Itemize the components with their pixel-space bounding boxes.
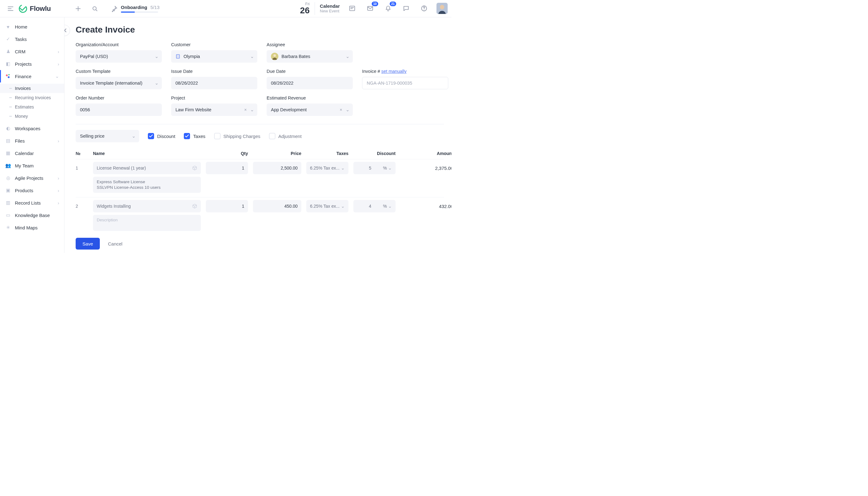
svg-point-13 xyxy=(274,54,276,57)
plus-icon[interactable] xyxy=(73,4,83,14)
org-select[interactable]: PayPal (USD) ⌄ xyxy=(76,50,162,63)
checkbox-shipping[interactable]: Shipping Charges xyxy=(214,133,260,139)
template-select[interactable]: Invoice Template (international) ⌄ xyxy=(76,77,162,89)
line-qty-value: 1 xyxy=(242,204,244,208)
issue-date-input[interactable]: 08/26/2022 xyxy=(171,77,257,89)
sub-label: Invoices xyxy=(15,86,31,91)
search-icon[interactable] xyxy=(90,4,100,14)
brand[interactable]: Flowlu xyxy=(19,4,51,13)
nav-crm[interactable]: ♟CRM› xyxy=(0,45,64,58)
field-order-number: Order Number 0056 xyxy=(76,95,162,116)
checkbox-icon xyxy=(269,133,275,139)
line-name-input[interactable]: Widgets Installing xyxy=(93,200,201,212)
issue-value: 08/26/2022 xyxy=(175,81,198,86)
nav-finance[interactable]: Finance ⌄ xyxy=(0,70,64,82)
nav-sub-estimates[interactable]: Estimates xyxy=(0,102,64,112)
nav-label: Calendar xyxy=(15,151,34,156)
date-widget[interactable]: Fri 26 xyxy=(300,2,315,15)
close-button[interactable] xyxy=(64,25,70,36)
col-no: № xyxy=(76,151,88,156)
nav-label: Mind Maps xyxy=(15,225,37,230)
line-qty-input[interactable]: 1 xyxy=(206,200,248,212)
project-label: Project xyxy=(171,95,257,100)
cancel-button[interactable]: Cancel xyxy=(108,241,122,246)
checkbox-label: Adjustment xyxy=(278,134,301,139)
nav-sub-invoices[interactable]: Invoices xyxy=(0,84,64,93)
line-tax-select[interactable]: 6.25% Tax ex...⌄ xyxy=(306,162,348,174)
line-price-value: 2,500.00 xyxy=(281,166,298,170)
nav-sub-money[interactable]: Money xyxy=(0,112,64,121)
nav-label: CRM xyxy=(15,49,26,54)
chevron-right-icon: › xyxy=(58,188,59,193)
logo-text: Flowlu xyxy=(30,5,51,13)
calendar-widget[interactable]: Calendar New Event xyxy=(320,3,340,13)
nav-mindmaps[interactable]: ✳Mind Maps xyxy=(0,221,64,234)
onboarding-count: 5/13 xyxy=(150,5,159,10)
nav-label: Finance xyxy=(15,74,31,79)
svg-point-0 xyxy=(19,4,27,13)
nav-workspaces[interactable]: ◐Workspaces xyxy=(0,122,64,135)
bell-icon[interactable]: 21 xyxy=(383,3,393,13)
revenue-select[interactable]: App Development × ⌄ xyxy=(267,104,353,116)
template-label: Custom Template xyxy=(76,69,162,74)
discount-unit-select[interactable]: %⌄ xyxy=(383,166,392,170)
line-price-input[interactable]: 2,500.00 xyxy=(253,162,301,174)
bell-badge: 21 xyxy=(390,2,396,6)
note-icon[interactable] xyxy=(347,3,357,13)
price-type-select[interactable]: Selling price ⌄ xyxy=(76,130,139,142)
invoice-number-input[interactable]: NGA-AN-1719-000035 xyxy=(362,77,448,89)
chevron-down-icon: ⌄ xyxy=(250,107,254,112)
kb-icon: ▭ xyxy=(5,212,11,218)
discount-unit-select[interactable]: %⌄ xyxy=(383,204,392,208)
invoice-number-label: Invoice # set manually xyxy=(362,69,448,74)
nav-kb[interactable]: ▭Knowledge Base xyxy=(0,209,64,221)
nav-projects[interactable]: ◧Projects› xyxy=(0,58,64,70)
chat-icon[interactable] xyxy=(401,3,411,13)
line-description-input[interactable]: Description xyxy=(93,215,201,231)
order-input[interactable]: 0056 xyxy=(76,104,162,116)
nav-myteam[interactable]: 👥My Team xyxy=(0,159,64,172)
onboarding-widget[interactable]: Onboarding 5/13 xyxy=(111,5,160,13)
checkbox-discount[interactable]: Discount xyxy=(148,133,175,139)
customer-select[interactable]: Olympia ⌄ xyxy=(171,50,257,63)
nav-label: Workspaces xyxy=(15,126,40,131)
clear-icon[interactable]: × xyxy=(244,107,247,112)
line-tax-select[interactable]: 6.25% Tax ex...⌄ xyxy=(306,200,348,212)
svg-point-9 xyxy=(9,74,10,75)
line-name-input[interactable]: License Renewal (1 year) xyxy=(93,162,201,174)
clear-icon[interactable]: × xyxy=(340,107,342,112)
nav-products[interactable]: ▣Products› xyxy=(0,184,64,197)
assignee-label: Assignee xyxy=(267,42,353,47)
products-icon: ▣ xyxy=(5,187,11,193)
nav-recordlists[interactable]: ▥Record Lists› xyxy=(0,197,64,209)
checkbox-taxes[interactable]: Taxes xyxy=(184,133,205,139)
col-price: Price xyxy=(253,151,301,156)
help-icon[interactable] xyxy=(419,3,429,13)
nav-calendar[interactable]: ▦Calendar xyxy=(0,147,64,159)
line-discount-input[interactable]: 4 %⌄ xyxy=(353,200,396,212)
due-date-input[interactable]: 08/26/2022 xyxy=(267,77,353,89)
project-select[interactable]: Law Firm Website × ⌄ xyxy=(171,104,257,116)
mail-icon[interactable]: 10 xyxy=(365,3,375,13)
col-qty: Qty xyxy=(206,151,248,156)
line-discount-input[interactable]: 5 %⌄ xyxy=(353,162,396,174)
nav-tasks[interactable]: ✓Tasks xyxy=(0,33,64,45)
checkbox-adjustment[interactable]: Adjustment xyxy=(269,133,301,139)
nav-files[interactable]: ▤Files› xyxy=(0,135,64,147)
menu-icon[interactable] xyxy=(5,4,16,14)
line-qty-input[interactable]: 1 xyxy=(206,162,248,174)
mail-badge: 10 xyxy=(372,2,378,6)
footer-actions: Save Cancel xyxy=(64,234,451,253)
save-button[interactable]: Save xyxy=(76,238,100,250)
nav-home[interactable]: ♥Home xyxy=(0,20,64,33)
pin-icon xyxy=(111,5,118,12)
nav-sub-recurring[interactable]: Recurring Invoices xyxy=(0,93,64,102)
line-price-input[interactable]: 450.00 xyxy=(253,200,301,212)
page-title: Create Invoice xyxy=(76,25,444,35)
line-description-input[interactable]: Express Software License SSLVPN License-… xyxy=(93,177,201,193)
user-avatar[interactable] xyxy=(436,3,448,14)
nav-agile[interactable]: ◎Agile Projects› xyxy=(0,172,64,184)
assignee-select[interactable]: Barbara Bates ⌄ xyxy=(267,50,353,63)
invoice-no-text: Invoice # xyxy=(362,69,381,74)
set-manually-link[interactable]: set manually xyxy=(381,69,406,74)
